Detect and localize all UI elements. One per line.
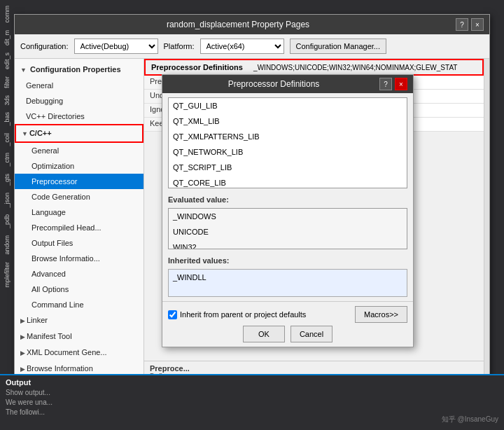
sidebar-item-preprocessor[interactable]: Preprocessor: [15, 174, 144, 189]
right-scrollbar[interactable]: [484, 59, 489, 405]
outer-tab-editm[interactable]: dit_m: [2, 27, 12, 48]
outer-tab-json[interactable]: _json: [2, 190, 12, 211]
preprocessor-dialog: Preprocessor Definitions ? × QT_GUI_LIB …: [162, 74, 414, 347]
dialog-ok-row: OK Cancel: [168, 326, 407, 342]
sidebar-item-precompiled[interactable]: Precompiled Head...: [15, 220, 144, 235]
config-select[interactable]: Active(Debug): [74, 39, 158, 54]
platform-label: Platform:: [164, 42, 195, 50]
inherit-checkbox-container: Inherit from parent or project defaults: [168, 310, 306, 319]
sidebar-item-optimization[interactable]: Optimization: [15, 158, 144, 174]
sidebar-item-linker[interactable]: ▶Linker: [15, 312, 144, 328]
sidebar-tree: ▼ Configuration Properties General Debug…: [15, 59, 144, 405]
sidebar-item-vc-dirs[interactable]: VC++ Directories: [15, 109, 144, 124]
list-item-qt-gui[interactable]: QT_GUI_LIB: [169, 98, 407, 113]
dialog-title: Preprocessor Definitions: [168, 79, 379, 89]
outer-tab-bas[interactable]: _bas: [2, 109, 12, 129]
outer-tab-pdb[interactable]: _pdb: [2, 211, 12, 231]
sidebar-item-cpp-general[interactable]: General: [15, 143, 144, 158]
evaluated-listbox: _WINDOWS UNICODE WIN32 WIN64 NOMINMAX GL…: [168, 208, 407, 249]
list-item-qt-core[interactable]: QT_CORE_LIB: [169, 175, 407, 188]
question-button[interactable]: ?: [456, 18, 468, 31]
output-show-label: Show output...: [6, 388, 498, 398]
outer-tab-comm[interactable]: comm: [2, 3, 12, 26]
sidebar-item-browse-info[interactable]: Browse Informatio...: [15, 251, 144, 266]
definitions-listbox[interactable]: QT_GUI_LIB QT_XML_LIB QT_XMLPATTERNS_LIB…: [168, 97, 407, 188]
outer-left-tabs: comm dit_m edit_s filter 3ds _bas _coil …: [0, 0, 14, 430]
main-window: random_displacement Property Pages ? × C…: [14, 14, 490, 406]
list-item-qt-network[interactable]: QT_NETWORK_LIB: [169, 144, 407, 160]
outer-window: comm dit_m edit_s filter 3ds _bas _coil …: [0, 0, 504, 430]
sidebar-config-properties[interactable]: ▼ Configuration Properties: [15, 62, 144, 78]
outer-tab-coil[interactable]: _coil: [2, 130, 12, 149]
platform-select[interactable]: Active(x64): [200, 39, 284, 54]
sidebar-item-debugging[interactable]: Debugging: [15, 93, 144, 109]
output-line-1: We were una...: [6, 398, 498, 408]
sidebar-item-general[interactable]: General: [15, 78, 144, 93]
sidebar-item-advanced[interactable]: Advanced: [15, 266, 144, 282]
dialog-body: QT_GUI_LIB QT_XML_LIB QT_XMLPATTERNS_LIB…: [162, 93, 413, 301]
close-button[interactable]: ×: [471, 18, 484, 31]
sidebar-item-command-line[interactable]: Command Line: [15, 297, 144, 312]
output-title: Output: [6, 378, 498, 387]
outer-tab-edits[interactable]: edit_s: [2, 50, 12, 72]
list-item-qt-xmlpat[interactable]: QT_XMLPATTERNS_LIB: [169, 129, 407, 144]
preprocess-label: Preproce...: [150, 364, 478, 373]
title-bar-title: random_displacement Property Pages: [20, 20, 456, 29]
inherited-label: Inherited values:: [168, 256, 407, 265]
output-panel: Output Show output... We were una... The…: [0, 374, 504, 430]
dialog-cancel-button[interactable]: Cancel: [290, 326, 332, 342]
property-header-name: Preprocessor Definitions: [151, 63, 243, 71]
list-item-qt-xml[interactable]: QT_XML_LIB: [169, 113, 407, 129]
dialog-close-button[interactable]: ×: [395, 78, 407, 90]
outer-tab-gts[interactable]: _gts: [2, 171, 12, 188]
sidebar-item-language[interactable]: Language: [15, 204, 144, 220]
evaluated-label: Evaluated value:: [168, 195, 407, 204]
outer-tab-3ds[interactable]: 3ds: [2, 92, 12, 109]
config-bar: Configuration: Active(Debug) Platform: A…: [15, 34, 489, 59]
output-line-2: The followi...: [6, 408, 498, 417]
dialog-title-bar: Preprocessor Definitions ? ×: [162, 75, 413, 93]
title-bar: random_displacement Property Pages ? ×: [15, 15, 489, 34]
inherited-item-windll: _WINDLL: [169, 270, 407, 285]
list-item-qt-script[interactable]: QT_SCRIPT_LIB: [169, 160, 407, 175]
inherit-checkbox-label: Inherit from parent or project defaults: [180, 310, 306, 319]
title-bar-controls: ? ×: [456, 18, 484, 31]
dialog-question-button[interactable]: ?: [379, 78, 392, 90]
config-manager-button[interactable]: Configuration Manager...: [290, 39, 386, 54]
inherit-row: Inherit from parent or project defaults …: [168, 306, 407, 323]
outer-tab-random[interactable]: andom: [2, 233, 12, 258]
dialog-ok-button[interactable]: OK: [243, 326, 285, 342]
eval-item-windows: _WINDOWS: [169, 209, 407, 224]
sidebar-item-codegen[interactable]: Code Generation: [15, 189, 144, 204]
sidebar-item-cpp[interactable]: ▼C/C++: [15, 124, 144, 143]
eval-item-win32: WIN32: [169, 240, 407, 249]
outer-tab-sample[interactable]: mplefilter: [2, 259, 12, 291]
sidebar-item-all-options[interactable]: All Options: [15, 282, 144, 297]
watermark: 知乎 @InsaneGuy: [442, 415, 498, 424]
inherit-checkbox[interactable]: [168, 310, 177, 319]
sidebar-header-label: Configuration Properties: [30, 65, 121, 74]
macros-button[interactable]: Macros>>: [355, 306, 407, 323]
eval-item-unicode: UNICODE: [169, 224, 407, 240]
outer-tab-ctm[interactable]: _ctm: [2, 150, 12, 169]
property-header-value: _WINDOWS;UNICODE;WIN32;WIN64;NOMINMAX;GL…: [253, 64, 457, 71]
config-label: Configuration:: [20, 42, 69, 50]
sidebar-item-xml-doc[interactable]: ▶XML Document Gene...: [15, 345, 144, 361]
inherited-listbox: _WINDLL: [168, 269, 407, 297]
sidebar-item-manifest[interactable]: ▶Manifest Tool: [15, 328, 144, 345]
property-header: Preprocessor Definitions _WINDOWS;UNICOD…: [144, 59, 484, 76]
outer-tab-filterc[interactable]: filter: [2, 74, 12, 91]
sidebar-item-output-files[interactable]: Output Files: [15, 235, 144, 251]
dialog-footer: Inherit from parent or project defaults …: [162, 301, 413, 347]
